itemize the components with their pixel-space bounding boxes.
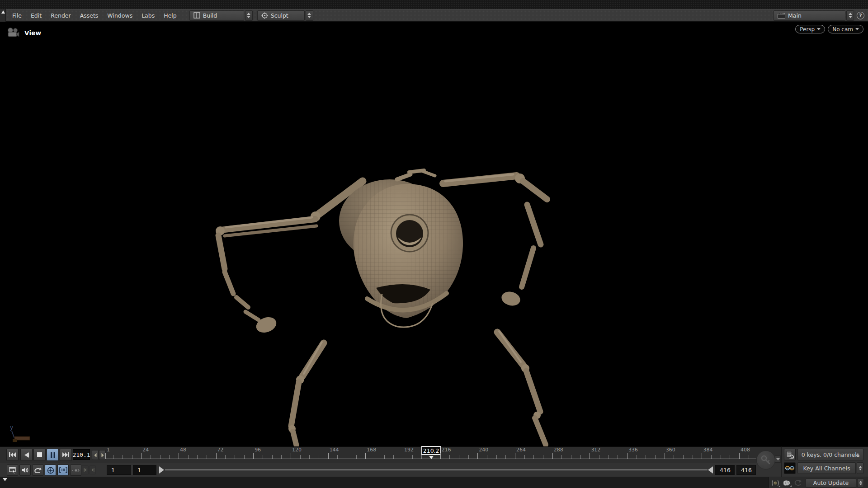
menu-labs[interactable]: Labs [138, 10, 158, 21]
build-desktop-spinner[interactable] [245, 10, 253, 21]
range-end-field[interactable]: 416 [715, 465, 735, 475]
jump-to-start-button[interactable] [6, 449, 19, 461]
stop-button[interactable] [33, 449, 46, 461]
main-desktop-spinner[interactable] [846, 10, 854, 21]
ruler-minor-tick [637, 455, 637, 459]
ruler-major-tick [328, 453, 329, 459]
range-slider-end-handle[interactable] [708, 466, 713, 474]
global-start-field[interactable]: 1 [107, 465, 131, 475]
pane-header: View [6, 27, 41, 39]
clapperboard-icon [778, 13, 785, 19]
scoped-channels-button[interactable] [784, 462, 796, 474]
range-step-forward-button[interactable] [89, 465, 96, 474]
keys-summary-button[interactable]: 0 keys, 0/0 channels [797, 449, 863, 460]
range-slider-track[interactable] [165, 469, 708, 470]
ruler-major-tick [627, 453, 627, 459]
step-forward-button[interactable] [99, 450, 106, 460]
play-reverse-button[interactable] [20, 449, 33, 461]
ruler-major-tick [739, 453, 740, 459]
ruler-minor-tick [693, 455, 693, 459]
ruler-minor-tick [683, 455, 684, 459]
ruler-minor-tick [674, 455, 674, 459]
speaker-icon [22, 467, 29, 474]
projection-button[interactable]: Persp [795, 25, 825, 33]
ruler-minor-tick [207, 455, 207, 459]
scene-refresh-icon [786, 451, 794, 459]
ruler-minor-tick [571, 455, 571, 459]
global-end-field[interactable]: 416 [736, 465, 756, 475]
ruler-minor-tick [356, 455, 357, 459]
ruler-minor-tick [496, 455, 497, 459]
ruler-tick-label: 168 [367, 447, 376, 453]
ruler-major-tick [105, 453, 106, 459]
playbar-collapse-icon[interactable] [3, 478, 7, 481]
range-slider-start-handle[interactable] [159, 466, 164, 474]
ruler-minor-tick [375, 455, 375, 459]
playbar-preferences-button[interactable] [7, 465, 18, 476]
pane-grip[interactable] [0, 9, 6, 22]
ruler-tick-label: 408 [741, 447, 750, 453]
pane-title: View [24, 29, 41, 37]
step-forward-icon [91, 468, 94, 472]
audio-options-button[interactable] [19, 465, 31, 476]
main-desktop-dropdown[interactable]: Main [774, 10, 845, 21]
dashed-track-icon [72, 468, 80, 473]
ruler-tick-label: 96 [255, 447, 261, 453]
play-forward-button[interactable] [60, 449, 72, 461]
menu-assets[interactable]: Assets [76, 10, 102, 21]
update-mode-dropdown[interactable]: Auto Update [806, 479, 856, 488]
range-start-field[interactable]: 1 [133, 465, 156, 475]
ruler-tick-label: 72 [217, 447, 224, 453]
houdini-window: FileEditRenderAssetsWindowsLabsHelp Buil… [0, 0, 868, 488]
ruler-minor-tick [609, 455, 609, 459]
update-mode-spinner[interactable] [857, 479, 864, 488]
window-top-strip [0, 0, 868, 9]
step-forward-icon [101, 453, 104, 457]
playback-mode-button[interactable] [32, 465, 43, 476]
show-range-toggle[interactable] [57, 465, 69, 476]
pause-button[interactable] [47, 449, 59, 461]
ruler-tick-label: 384 [703, 447, 712, 453]
realtime-playback-toggle[interactable] [45, 465, 56, 476]
key-mode-spinner[interactable] [857, 462, 863, 474]
ruler-tick-label: 336 [628, 447, 638, 453]
corner-triangle-icon [778, 485, 780, 487]
key-icon [760, 455, 771, 465]
ruler-tick-label: 216 [442, 447, 451, 453]
playhead-marker[interactable]: 210.2 [421, 446, 441, 455]
corner-triangle-icon [790, 485, 792, 487]
step-back-button[interactable] [92, 450, 99, 460]
ruler-major-tick [403, 453, 403, 459]
ruler-minor-tick [197, 455, 198, 459]
follow-playhead-button[interactable] [70, 465, 81, 476]
build-desktop-dropdown[interactable]: Build [189, 10, 244, 21]
ruler-minor-tick [384, 455, 385, 459]
menu-help[interactable]: Help [160, 10, 180, 21]
sculpt-desktop-dropdown[interactable]: Sculpt [257, 10, 305, 21]
memory-usage-icon[interactable] [782, 479, 792, 488]
camera-select-button[interactable]: No cam [828, 25, 863, 33]
menu-render[interactable]: Render [47, 10, 75, 21]
menu-edit[interactable]: Edit [27, 10, 45, 21]
status-right-cluster: Auto Update [769, 477, 868, 488]
ruler-tick-label: 120 [292, 447, 302, 453]
ruler-minor-tick [599, 455, 599, 459]
range-step-back-button[interactable] [82, 465, 89, 474]
set-key-button[interactable] [756, 450, 775, 469]
sculpt-desktop-spinner[interactable] [306, 10, 313, 21]
ruler-major-tick [141, 453, 142, 459]
key-mode-dropdown[interactable]: Key All Channels [797, 462, 856, 474]
step-back-icon [84, 468, 87, 472]
ruler-minor-tick [505, 455, 506, 459]
menu-windows[interactable]: Windows [104, 10, 136, 21]
recook-icon[interactable] [793, 479, 803, 488]
ruler-major-tick [665, 453, 665, 459]
key-options-dropdown[interactable] [775, 455, 781, 463]
menu-file[interactable]: File [9, 10, 25, 21]
scene-viewport[interactable]: View Persp No cam y [0, 22, 868, 446]
cook-interrupt-icon[interactable] [770, 479, 780, 488]
help-icon[interactable]: ? [857, 12, 864, 19]
timeline-ruler[interactable]: 210.2 1244872961201441681922162402642883… [105, 447, 756, 463]
keyframe-refresh-button[interactable] [784, 449, 796, 460]
current-frame-field[interactable]: 210.1 [73, 449, 90, 460]
